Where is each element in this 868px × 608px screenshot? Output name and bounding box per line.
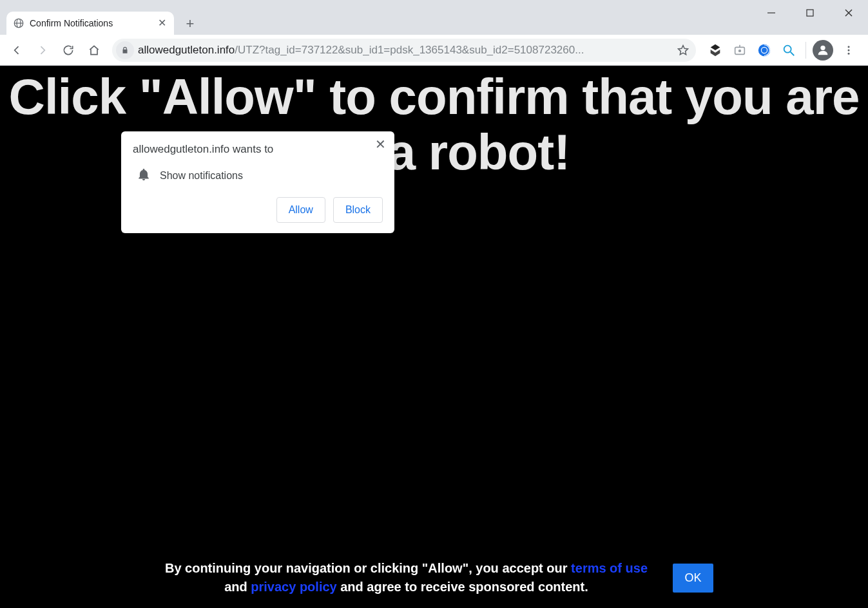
svg-line-13 — [791, 52, 795, 55]
toolbar: allowedgutleton.info/UTZ?tag_id=737122&s… — [0, 35, 868, 66]
url-host: allowedgutleton.info — [138, 44, 235, 57]
minimize-button[interactable] — [752, 0, 791, 26]
svg-point-9 — [739, 50, 741, 52]
svg-point-14 — [820, 45, 825, 50]
url-text: allowedgutleton.info/UTZ?tag_id=737122&s… — [138, 44, 670, 57]
browser-window: Confirm Notifications ✕ + allowedgutleto… — [0, 0, 868, 608]
svg-point-17 — [848, 52, 850, 54]
url-path: /UTZ?tag_id=737122&sub_id1=pdsk_1365143&… — [235, 44, 584, 57]
svg-point-16 — [848, 49, 850, 51]
bell-icon — [137, 167, 151, 184]
block-button[interactable]: Block — [333, 197, 383, 223]
consent-text: By continuing your navigation or clickin… — [155, 559, 657, 596]
tab-title: Confirm Notifications — [30, 18, 151, 28]
ok-button[interactable]: OK — [673, 564, 713, 593]
page-content: Click "Allow" to confirm that you are no… — [0, 66, 868, 608]
consent-mid: and — [224, 580, 251, 594]
permission-label: Show notifications — [160, 170, 243, 182]
reload-button[interactable] — [57, 39, 80, 62]
prompt-actions: Allow Block — [133, 197, 383, 223]
consent-suffix: and agree to receive sponsored content. — [337, 580, 588, 594]
consent-prefix: By continuing your navigation or clickin… — [165, 561, 571, 575]
terms-of-use-link[interactable]: terms of use — [571, 561, 648, 575]
site-info-button[interactable] — [116, 41, 134, 59]
chrome-menu-button[interactable] — [837, 39, 860, 62]
extension-icon-1[interactable] — [705, 40, 726, 61]
prompt-title: allowedgutleton.info wants to — [133, 143, 383, 156]
forward-button — [31, 39, 54, 62]
allow-button[interactable]: Allow — [276, 197, 325, 223]
new-tab-button[interactable]: + — [179, 13, 201, 35]
svg-point-12 — [784, 45, 791, 52]
home-button[interactable] — [82, 39, 106, 62]
toolbar-divider — [805, 42, 806, 59]
consent-bar: By continuing your navigation or clickin… — [0, 559, 868, 596]
window-controls — [752, 0, 868, 26]
extensions-area — [702, 39, 863, 62]
close-button[interactable] — [829, 0, 868, 26]
permission-row: Show notifications — [133, 165, 383, 197]
bookmark-button[interactable] — [674, 41, 692, 59]
tab-strip: Confirm Notifications ✕ + — [0, 8, 868, 35]
extension-icon-3[interactable] — [754, 40, 775, 61]
prompt-close-button[interactable]: ✕ — [372, 137, 388, 152]
globe-icon — [13, 17, 24, 29]
svg-rect-1 — [807, 10, 813, 16]
maximize-button[interactable] — [791, 0, 829, 26]
back-button[interactable] — [5, 39, 28, 62]
notification-permission-prompt: ✕ allowedgutleton.info wants to Show not… — [121, 131, 394, 233]
extension-icon-2[interactable] — [729, 40, 750, 61]
tab-close-button[interactable]: ✕ — [156, 17, 168, 29]
svg-point-10 — [758, 44, 770, 55]
privacy-policy-link[interactable]: privacy policy — [251, 580, 336, 594]
titlebar — [0, 0, 868, 8]
address-bar[interactable]: allowedgutleton.info/UTZ?tag_id=737122&s… — [112, 39, 696, 62]
profile-button[interactable] — [813, 40, 833, 61]
extension-icon-4[interactable] — [778, 40, 799, 61]
tab-active[interactable]: Confirm Notifications ✕ — [6, 12, 174, 35]
svg-point-15 — [848, 46, 850, 48]
